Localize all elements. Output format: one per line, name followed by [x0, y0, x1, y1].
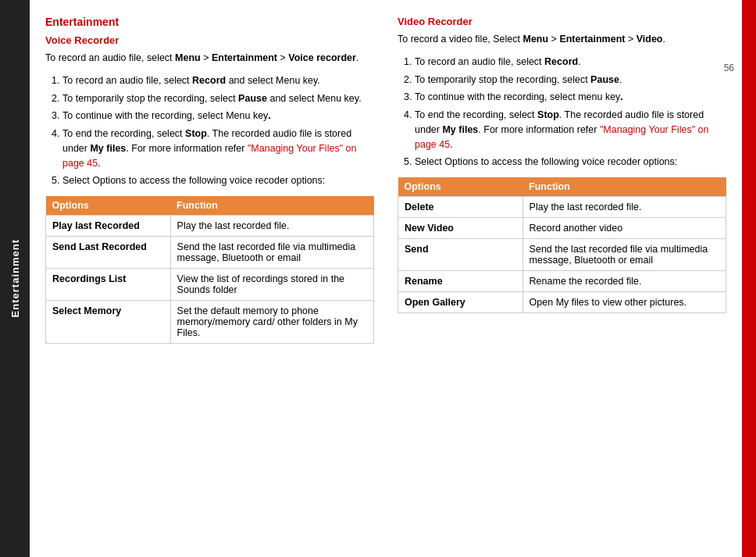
table-header-options: Options [46, 196, 171, 216]
left-column: Entertainment Voice Recorder To record a… [45, 16, 374, 541]
option-recordings-list: Recordings List [46, 269, 171, 301]
video-table-header-function: Function [522, 177, 726, 197]
table-row: Open Gallery Open My files to view other… [398, 292, 726, 313]
table-row: Play last Recorded Play the last recorde… [46, 216, 374, 237]
function-rename: Rename the recorded file. [522, 271, 726, 292]
table-row: Delete Play the last recorded file. [398, 197, 726, 218]
sidebar: Entertainment [0, 0, 30, 557]
table-row: New Video Record another video [398, 218, 726, 239]
video-step-1: To record an audio file, select Record. [415, 55, 726, 70]
step-3: To continue with the recording, select M… [62, 109, 374, 123]
step-1: To record an audio file, select Record a… [62, 73, 374, 88]
option-select-memory: Select Memory [46, 301, 171, 344]
option-rename: Rename [398, 271, 523, 292]
option-play-last: Play last Recorded [46, 216, 171, 237]
video-recorder-options-table: Options Function Delete Play the last re… [398, 177, 726, 313]
function-send: Send the last recorded file via multimed… [522, 239, 726, 271]
table-row: Recordings List View the list of recordi… [46, 269, 374, 301]
table-row: Send Send the last recorded file via mul… [398, 239, 726, 271]
voice-recorder-options-table: Options Function Play last Recorded Play… [45, 196, 374, 344]
video-recorder-steps: To record an audio file, select Record. … [398, 55, 726, 170]
video-step-5: Select Options to access the following v… [415, 155, 726, 170]
function-select-memory: Set the default memory to phone memory/m… [170, 301, 373, 344]
function-new-video: Record another video [522, 218, 726, 239]
option-send-last: Send Last Recorded [46, 237, 171, 269]
two-column-layout: Entertainment Voice Recorder To record a… [45, 16, 726, 541]
function-play-last: Play the last recorded file. [170, 216, 373, 237]
video-step-4: To end the recording, select Stop. The r… [415, 108, 726, 152]
function-delete: Play the last recorded file. [522, 197, 726, 218]
section-title: Entertainment [45, 16, 374, 28]
right-tab [742, 0, 756, 557]
voice-recorder-steps: To record an audio file, select Record a… [45, 73, 374, 188]
voice-recorder-title: Voice Recorder [45, 34, 374, 46]
main-content: Entertainment Voice Recorder To record a… [30, 0, 742, 557]
video-recorder-title: Video Recorder [398, 16, 726, 27]
voice-recorder-intro: To record an audio file, select Menu > E… [45, 51, 374, 66]
right-column: Video Recorder To record a video file, S… [398, 16, 726, 541]
video-step-3: To continue with the recording, select m… [415, 90, 726, 105]
table-row: Send Last Recorded Send the last recorde… [46, 237, 374, 269]
table-header-function: Function [170, 196, 373, 216]
option-open-gallery: Open Gallery [398, 292, 523, 313]
function-send-last: Send the last recorded file via multimed… [170, 237, 373, 269]
function-open-gallery: Open My files to view other pictures. [522, 292, 726, 313]
video-table-header-options: Options [398, 177, 523, 197]
step-2: To temporarily stop the recording, selec… [62, 91, 374, 106]
video-step-2: To temporarily stop the recording, selec… [415, 73, 726, 87]
function-recordings-list: View the list of recordings stored in th… [170, 269, 373, 301]
option-send: Send [398, 239, 523, 271]
table-row: Rename Rename the recorded file. [398, 271, 726, 292]
option-delete: Delete [398, 197, 523, 218]
step-5: Select Options to access the following v… [62, 173, 374, 188]
sidebar-label: Entertainment [9, 239, 21, 317]
page-number: 56 [724, 62, 734, 73]
step-4: To end the recording, select Stop. The r… [62, 127, 374, 170]
video-recorder-intro: To record a video file, Select Menu > En… [398, 32, 726, 47]
option-new-video: New Video [398, 218, 523, 239]
table-row: Select Memory Set the default memory to … [46, 301, 374, 344]
